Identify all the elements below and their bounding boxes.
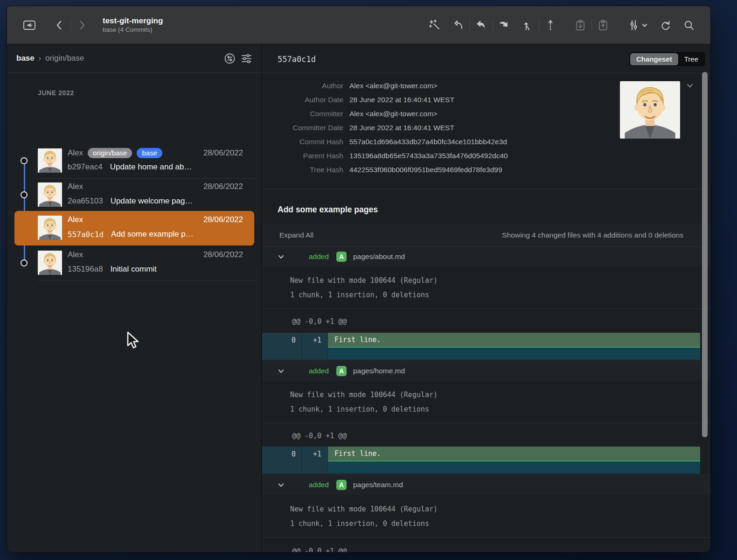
pull-arrow-icon [475, 19, 487, 31]
commit-short-hash: 557a0c1d [68, 230, 104, 239]
commit-author: Alex [68, 148, 83, 158]
meta-value: 4422553f060b006f0951bed59469fedd78fe3d99 [349, 163, 502, 177]
back-button[interactable] [51, 17, 68, 34]
chunk-header: @@ -0,0 +1 @@ [292, 317, 347, 326]
changes-toolbar: Expand All Showing 4 changed files with … [262, 224, 711, 246]
branch-badge-remote[interactable]: origin/base [88, 148, 132, 158]
meta-label: Parent Hash [278, 149, 343, 163]
diff-gutter: 0 +1 [262, 333, 328, 360]
diff-new-line-number: +1 [302, 333, 327, 348]
avatar-chevron-button[interactable] [686, 82, 694, 92]
file-header[interactable]: added A pages/home.md [262, 361, 711, 381]
refresh-button[interactable] [657, 17, 674, 34]
collapse-chevron-icon[interactable] [278, 368, 285, 375]
fetch-button[interactable] [450, 17, 467, 34]
file-stats-line: 1 chunk, 1 insertion, 0 deletions [290, 519, 429, 528]
push-arrow-icon [498, 19, 510, 31]
workflow-settings-button[interactable] [625, 17, 651, 34]
pull-button[interactable] [473, 17, 490, 34]
meta-value: Alex <alex@git-tower.com> [349, 107, 438, 121]
file-path: pages/about.md [353, 252, 405, 261]
expand-all-button[interactable]: Expand All [279, 231, 313, 239]
diff-new-line-number: +1 [302, 447, 327, 462]
collapse-chevron-icon[interactable] [278, 253, 285, 260]
file-mode-line: New file with mode 100644 (Regular) [290, 276, 438, 285]
tab-tree[interactable]: Tree [678, 53, 704, 65]
sliders-icon [628, 19, 640, 31]
diff-old-line-number: 0 [262, 333, 302, 348]
commit-short-hash: 2ea65103 [68, 196, 103, 206]
view-toggle: Changeset Tree [629, 52, 705, 66]
avatar [38, 216, 62, 240]
diff-old-line-number: 0 [262, 447, 302, 462]
avatar [620, 81, 680, 139]
stash-save-button[interactable] [572, 17, 589, 34]
rebase-button[interactable] [542, 17, 559, 34]
file-stats-line: 1 chunk, 1 insertion, 0 deletions [290, 405, 429, 413]
push-button[interactable] [496, 17, 513, 34]
breadcrumb-tracking-branch[interactable]: origin/base [45, 54, 84, 63]
window-title-block: test-git-merging base (4 Commits) [103, 16, 163, 34]
meta-label: Committer [278, 107, 343, 121]
commit-message: Add some example pages [278, 205, 378, 215]
file-mode-line: New file with mode 100644 (Regular) [290, 505, 438, 513]
commit-date: 28/06/2022 [203, 148, 243, 158]
stash-apply-button[interactable] [595, 17, 612, 34]
compare-icon [224, 53, 236, 64]
open-repository-icon [22, 19, 36, 31]
quick-actions-button[interactable] [427, 17, 444, 34]
divider [262, 308, 711, 309]
file-header[interactable]: added A pages/about.md [262, 246, 711, 266]
branch-badge-local[interactable]: base [137, 148, 162, 158]
forward-button[interactable] [74, 17, 90, 34]
commit-row[interactable]: Alex 28/06/2022 135196a8 Initial commit [14, 246, 254, 280]
commit-short-hash: b297eac4 [68, 162, 103, 172]
divider [262, 189, 711, 189]
commit-row-selected[interactable]: Alex 28/06/2022 557a0c1d Add some exampl… [14, 211, 254, 245]
file-status: added [285, 252, 329, 261]
vertical-scrollbar[interactable] [702, 72, 708, 437]
commit-subject: Initial commit [111, 265, 157, 274]
commit-author: Alex [68, 215, 83, 224]
meta-value: 557a0c1d696a433db27a4b0fc34ce101bbb42e3d [349, 135, 507, 149]
fetch-arrow-icon [452, 19, 465, 31]
file-status: added [285, 367, 329, 375]
diff-empty-area [328, 348, 700, 360]
commit-subject: Update welcome pag… [111, 196, 193, 206]
meta-value: 28 June 2022 at 16:40:41 WEST [349, 93, 454, 107]
toolbar-separator [539, 19, 539, 32]
file-header[interactable]: added A pages/team.md [262, 475, 711, 495]
toolbar: test-git-merging base (4 Commits) [7, 6, 710, 44]
app-window: test-git-merging base (4 Commits) [7, 6, 711, 553]
search-button[interactable] [681, 17, 697, 34]
commit-short-hash: 135196a8 [68, 265, 103, 274]
file-status-badge: A [336, 252, 347, 262]
search-icon [683, 19, 695, 31]
filter-sliders-icon [241, 53, 252, 64]
merge-branches-icon [522, 19, 533, 31]
breadcrumb-branch[interactable]: base [16, 54, 35, 63]
commit-author: Alex [68, 250, 83, 259]
window-subtitle: base (4 Commits) [103, 26, 163, 34]
breadcrumb-separator-icon: › [39, 54, 41, 63]
commit-row[interactable]: Alex 28/06/2022 2ea65103 Update welcome … [14, 178, 254, 212]
filter-button[interactable] [238, 50, 255, 67]
clipboard-up-icon [597, 19, 609, 31]
meta-label: Tree Hash [278, 163, 343, 177]
toolbar-separator [470, 19, 470, 32]
breadcrumb: base › origin/base [7, 44, 261, 73]
merge-button[interactable] [519, 17, 536, 34]
chevron-left-icon [54, 20, 64, 31]
meta-value: Alex <alex@git-tower.com> [349, 79, 438, 93]
tab-changeset[interactable]: Changeset [630, 53, 678, 65]
commit-subject: Add some example p… [111, 230, 194, 239]
diff-empty-area [328, 462, 700, 474]
commit-row[interactable]: Alex origin/base base 28/06/2022 b297eac… [14, 144, 254, 178]
file-path: pages/team.md [353, 481, 403, 489]
meta-label: Author Date [278, 93, 343, 107]
collapse-chevron-icon[interactable] [278, 482, 285, 489]
toolbar-separator [70, 19, 71, 32]
chunk-header: @@ -0,0 +1 @@ [292, 547, 347, 553]
open-repository-button[interactable] [21, 17, 38, 34]
compare-button[interactable] [221, 50, 238, 67]
